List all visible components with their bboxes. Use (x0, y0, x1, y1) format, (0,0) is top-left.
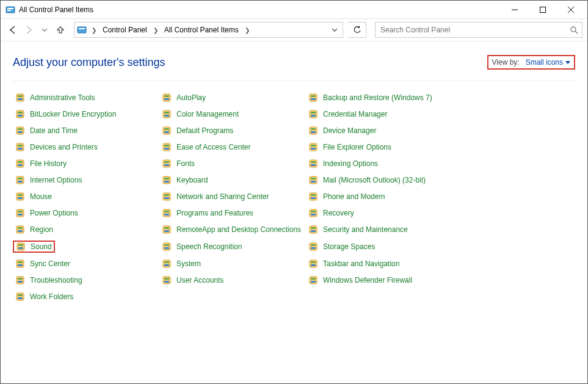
control-panel-item[interactable]: Backup and Restore (Windows 7) (306, 92, 452, 103)
control-panel-item[interactable]: RemoteApp and Desktop Connections (159, 224, 306, 235)
control-panel-item[interactable]: AutoPlay (159, 92, 306, 103)
svg-rect-50 (163, 160, 170, 167)
control-panel-item[interactable]: Phone and Modem (306, 191, 452, 202)
svg-rect-27 (311, 112, 316, 114)
svg-rect-113 (163, 277, 170, 284)
control-panel-item[interactable]: Recovery (306, 208, 452, 219)
control-panel-item[interactable]: Region (13, 224, 159, 235)
svg-rect-11 (16, 94, 24, 101)
chevron-right-icon[interactable]: ❯ (90, 27, 98, 34)
control-panel-item[interactable]: Programs and Features (159, 208, 306, 219)
control-panel-item[interactable]: Power Options (13, 208, 159, 219)
svg-rect-65 (16, 193, 24, 200)
control-panel-item[interactable]: Speech Recognition (159, 241, 306, 253)
svg-rect-74 (16, 209, 24, 217)
control-panel-item[interactable]: Mouse (13, 191, 159, 202)
svg-rect-48 (18, 161, 23, 163)
refresh-button[interactable] (348, 22, 366, 38)
view-by-selector[interactable]: View by: Small icons (487, 55, 576, 70)
svg-rect-28 (311, 115, 316, 117)
svg-rect-71 (310, 193, 317, 200)
svg-rect-47 (16, 160, 24, 167)
forward-button[interactable] (21, 23, 36, 37)
control-panel-item[interactable]: Credential Manager (306, 109, 452, 120)
view-by-value[interactable]: Small icons (526, 58, 570, 67)
svg-rect-105 (164, 261, 169, 263)
item-label: Security and Maintenance (323, 225, 408, 234)
svg-rect-58 (18, 181, 23, 183)
control-panel-item[interactable]: File History (13, 158, 159, 169)
control-panel-item[interactable]: Mail (Microsoft Outlook) (32-bit) (306, 175, 452, 186)
minimize-button[interactable] (501, 1, 529, 19)
index-icon (308, 159, 318, 168)
chevron-right-icon[interactable]: ❯ (244, 27, 251, 34)
control-panel-item[interactable]: BitLocker Drive Encryption (13, 109, 159, 120)
control-panel-item[interactable]: Administrative Tools (13, 92, 159, 103)
address-bar[interactable]: ❯ Control Panel ❯ All Control Panel Item… (74, 22, 343, 38)
control-panel-item[interactable]: Sound (13, 241, 55, 253)
svg-rect-36 (311, 128, 316, 130)
control-panel-item[interactable]: Keyboard (159, 175, 306, 186)
control-panel-item[interactable]: Storage Spaces (306, 241, 452, 253)
svg-rect-101 (16, 260, 24, 267)
mic-icon (162, 242, 172, 252)
up-button[interactable] (53, 23, 68, 37)
control-panel-item[interactable]: Network and Sharing Center (159, 191, 306, 202)
control-panel-item[interactable]: Default Programs (159, 125, 306, 136)
svg-rect-63 (311, 178, 316, 179)
control-panel-item[interactable]: User Accounts (159, 275, 306, 286)
page-title: Adjust your computer's settings (13, 56, 165, 69)
control-panel-item[interactable]: Fonts (159, 158, 306, 169)
svg-rect-117 (311, 278, 316, 280)
svg-rect-118 (311, 281, 316, 283)
svg-rect-78 (164, 211, 169, 212)
control-panel-item[interactable]: Troubleshooting (13, 275, 159, 286)
breadcrumb-root[interactable]: Control Panel (101, 24, 148, 35)
chevron-right-icon[interactable]: ❯ (152, 27, 159, 34)
svg-rect-100 (311, 247, 316, 249)
control-panel-item[interactable]: Internet Options (13, 175, 159, 186)
svg-rect-41 (163, 143, 170, 151)
svg-rect-19 (311, 98, 316, 100)
keyboard-icon (162, 175, 172, 185)
recent-locations-button[interactable] (37, 23, 52, 37)
control-panel-item[interactable]: Sync Center (13, 258, 159, 269)
control-panel-item[interactable]: Color Management (159, 109, 306, 120)
item-label: Credential Manager (323, 110, 387, 118)
control-panel-item[interactable]: Device Manager (306, 125, 452, 136)
control-panel-item[interactable]: Windows Defender Firewall (306, 275, 452, 286)
control-panel-item[interactable]: Date and Time (13, 125, 159, 136)
svg-rect-73 (311, 197, 316, 199)
control-panel-icon (77, 25, 87, 35)
svg-rect-54 (311, 161, 316, 163)
svg-rect-21 (18, 112, 23, 114)
control-panel-item[interactable]: System (159, 258, 306, 269)
item-label: Recovery (323, 209, 354, 217)
svg-rect-89 (310, 226, 317, 233)
remote-icon (162, 225, 172, 234)
close-button[interactable] (557, 1, 585, 19)
search-icon[interactable] (570, 26, 578, 34)
maximize-button[interactable] (529, 1, 557, 19)
back-button[interactable] (5, 23, 20, 37)
tools-icon (15, 93, 25, 103)
svg-rect-97 (164, 247, 169, 249)
breadcrumb-current[interactable]: All Control Panel Items (163, 24, 240, 35)
control-panel-item[interactable]: Work Folders (13, 291, 159, 302)
control-panel-item[interactable]: Ease of Access Center (159, 142, 306, 153)
control-panel-item[interactable]: Taskbar and Navigation (306, 258, 452, 269)
control-panel-item[interactable]: Devices and Printers (13, 142, 159, 153)
svg-rect-83 (16, 226, 24, 233)
control-panel-item[interactable]: File Explorer Options (306, 142, 452, 153)
globe-icon (15, 175, 25, 185)
svg-rect-112 (18, 281, 23, 283)
svg-rect-88 (164, 230, 169, 232)
search-input[interactable] (379, 25, 570, 35)
svg-rect-7 (78, 27, 86, 33)
address-history-button[interactable] (329, 27, 340, 33)
control-panel-item[interactable]: Indexing Options (306, 158, 452, 169)
svg-rect-81 (311, 211, 316, 212)
search-box[interactable] (375, 22, 583, 38)
svg-rect-120 (18, 294, 23, 296)
control-panel-item[interactable]: Security and Maintenance (306, 224, 452, 235)
